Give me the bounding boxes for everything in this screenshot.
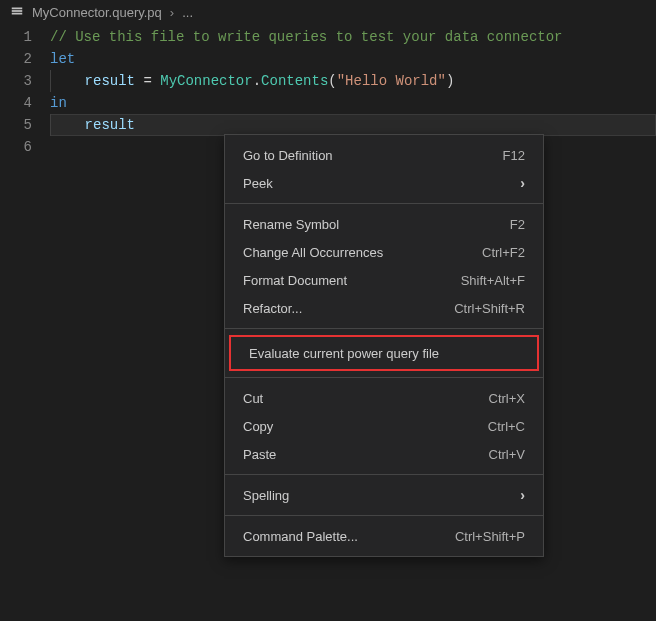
line-number: 5 (0, 114, 32, 136)
menu-item-label: Refactor... (243, 301, 302, 316)
menu-item[interactable]: Peek› (225, 169, 543, 197)
chevron-right-icon: › (520, 175, 525, 191)
menu-item-label: Format Document (243, 273, 347, 288)
menu-separator (225, 474, 543, 475)
indent-guide (50, 114, 85, 136)
token: . (253, 73, 261, 89)
menu-item[interactable]: Rename SymbolF2 (225, 210, 543, 238)
menu-item-shortcut: Ctrl+Shift+P (455, 529, 525, 544)
menu-item-label: Cut (243, 391, 263, 406)
chevron-right-icon: › (520, 487, 525, 503)
token: MyConnector (160, 73, 252, 89)
menu-separator (225, 377, 543, 378)
token: result (85, 73, 135, 89)
line-number: 4 (0, 92, 32, 114)
menu-item[interactable]: Evaluate current power query file (231, 339, 537, 367)
breadcrumb-filename[interactable]: MyConnector.query.pq (32, 5, 162, 20)
menu-item[interactable]: CutCtrl+X (225, 384, 543, 412)
menu-item[interactable]: Go to DefinitionF12 (225, 141, 543, 169)
menu-item-shortcut: Ctrl+C (488, 419, 525, 434)
menu-item-shortcut: F12 (503, 148, 525, 163)
menu-item[interactable]: Command Palette...Ctrl+Shift+P (225, 522, 543, 550)
menu-item-label: Evaluate current power query file (249, 346, 439, 361)
menu-item-label: Spelling (243, 488, 289, 503)
menu-separator (225, 328, 543, 329)
menu-item-shortcut: Ctrl+V (489, 447, 525, 462)
token: ( (328, 73, 336, 89)
line-gutter: 123456 (0, 26, 50, 158)
token: result (85, 117, 135, 133)
code-line[interactable]: // Use this file to write queries to tes… (50, 26, 656, 48)
indent-guide (50, 70, 85, 92)
token: let (50, 51, 75, 67)
menu-item[interactable]: Format DocumentShift+Alt+F (225, 266, 543, 294)
menu-item-shortcut: Ctrl+X (489, 391, 525, 406)
code-line[interactable]: result (50, 114, 656, 136)
code-line[interactable]: result = MyConnector.Contents("Hello Wor… (50, 70, 656, 92)
code-line[interactable]: let (50, 48, 656, 70)
token: Contents (261, 73, 328, 89)
menu-separator (225, 203, 543, 204)
token: = (135, 73, 160, 89)
svg-rect-1 (12, 10, 23, 12)
menu-item-label: Command Palette... (243, 529, 358, 544)
menu-item[interactable]: Refactor...Ctrl+Shift+R (225, 294, 543, 322)
menu-item-label: Go to Definition (243, 148, 333, 163)
breadcrumb[interactable]: MyConnector.query.pq › ... (0, 0, 656, 24)
menu-item[interactable]: Change All OccurrencesCtrl+F2 (225, 238, 543, 266)
menu-item-label: Paste (243, 447, 276, 462)
menu-item-shortcut: Shift+Alt+F (461, 273, 525, 288)
token: ) (446, 73, 454, 89)
menu-item-shortcut: Ctrl+Shift+R (454, 301, 525, 316)
file-icon (10, 4, 24, 21)
context-menu[interactable]: Go to DefinitionF12Peek›Rename SymbolF2C… (224, 134, 544, 557)
menu-item-shortcut: F2 (510, 217, 525, 232)
token: in (50, 95, 67, 111)
menu-separator (225, 515, 543, 516)
breadcrumb-trail[interactable]: ... (182, 5, 193, 20)
menu-item[interactable]: CopyCtrl+C (225, 412, 543, 440)
chevron-right-icon: › (170, 5, 174, 20)
line-number: 6 (0, 136, 32, 158)
token: "Hello World" (337, 73, 446, 89)
line-number: 3 (0, 70, 32, 92)
menu-item-label: Peek (243, 176, 273, 191)
menu-item-label: Change All Occurrences (243, 245, 383, 260)
svg-rect-2 (12, 12, 23, 14)
menu-item-label: Rename Symbol (243, 217, 339, 232)
menu-item[interactable]: Spelling› (225, 481, 543, 509)
token: // Use this file to write queries to tes… (50, 29, 562, 45)
line-number: 1 (0, 26, 32, 48)
menu-item-label: Copy (243, 419, 273, 434)
highlight-annotation: Evaluate current power query file (229, 335, 539, 371)
code-line[interactable]: in (50, 92, 656, 114)
line-number: 2 (0, 48, 32, 70)
svg-rect-0 (12, 7, 23, 9)
menu-item[interactable]: PasteCtrl+V (225, 440, 543, 468)
menu-item-shortcut: Ctrl+F2 (482, 245, 525, 260)
